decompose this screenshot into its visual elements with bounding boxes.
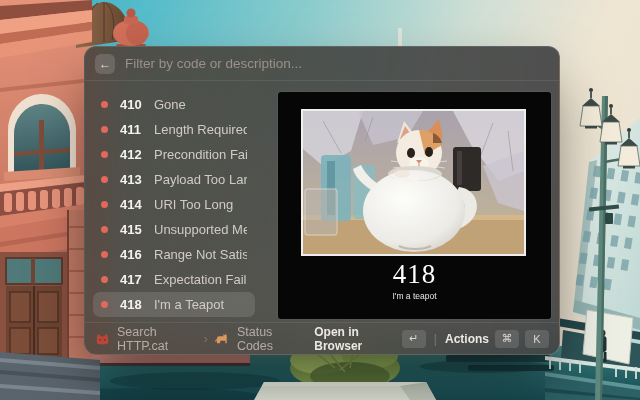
status-code: 418 xyxy=(120,297,146,312)
status-code: 414 xyxy=(120,197,146,212)
background-bench xyxy=(446,355,550,362)
status-label: Payload Too Large xyxy=(154,172,247,187)
http-cat-logo-icon xyxy=(95,331,110,346)
content-area: 410 Gone 411 Length Required 412 Precond… xyxy=(85,81,559,322)
status-dot-icon xyxy=(101,251,108,258)
status-label: Expectation Failed xyxy=(154,272,247,287)
status-list-item[interactable]: 415 Unsupported Media Type xyxy=(93,217,255,242)
screen: ← 410 Gone 411 Length Required 412 Preco… xyxy=(0,0,640,400)
actions-button[interactable]: Actions ⌘ K xyxy=(445,330,549,348)
status-label: Gone xyxy=(154,97,186,112)
breadcrumb: Search HTTP.cat › Status Codes xyxy=(95,325,300,353)
cat-icon xyxy=(215,332,230,345)
status-dot-icon xyxy=(101,151,108,158)
back-arrow-icon: ← xyxy=(99,57,111,71)
status-label: I'm a Teapot xyxy=(154,297,224,312)
cmd-key-badge: ⌘ xyxy=(495,330,519,348)
status-list-item[interactable]: 418 I'm a Teapot xyxy=(93,292,255,317)
open-in-browser-label: Open in Browser xyxy=(314,325,396,353)
status-code: 410 xyxy=(120,97,146,112)
background-obelisk xyxy=(398,28,402,46)
preview-panel: 418 I'm a teapot xyxy=(263,81,559,322)
status-code: 417 xyxy=(120,272,146,287)
teapot-kitten-photo xyxy=(301,109,526,256)
launcher-window: ← 410 Gone 411 Length Required 412 Preco… xyxy=(84,46,560,355)
search-bar: ← xyxy=(85,47,559,81)
footer-bar: Search HTTP.cat › Status Codes Open in B… xyxy=(85,322,559,354)
footer-divider: | xyxy=(434,332,437,346)
status-dot-icon xyxy=(101,126,108,133)
poster-status-code: 418 xyxy=(278,260,551,288)
status-code-list: 410 Gone 411 Length Required 412 Precond… xyxy=(85,81,263,322)
poster-caption: I'm a teapot xyxy=(278,291,551,301)
status-dot-icon xyxy=(101,201,108,208)
app-name: Search HTTP.cat xyxy=(117,325,197,353)
status-code: 416 xyxy=(120,247,146,262)
status-label: Length Required xyxy=(154,122,247,137)
open-in-browser-button[interactable]: Open in Browser ↵ xyxy=(314,325,426,353)
http-cat-poster: 418 I'm a teapot xyxy=(278,92,551,319)
status-code: 411 xyxy=(120,122,146,137)
status-label: Unsupported Media Type xyxy=(154,222,247,237)
status-label: URI Too Long xyxy=(154,197,233,212)
status-list-item[interactable]: 416 Range Not Satisfiable xyxy=(93,242,255,267)
status-dot-icon xyxy=(101,226,108,233)
status-list-item[interactable]: 417 Expectation Failed xyxy=(93,267,255,292)
search-input[interactable] xyxy=(125,56,549,71)
status-list-item[interactable]: 413 Payload Too Large xyxy=(93,167,255,192)
breadcrumb-separator: › xyxy=(204,331,208,346)
status-dot-icon xyxy=(101,301,108,308)
status-list-item[interactable]: 412 Precondition Failed xyxy=(93,142,255,167)
actions-label: Actions xyxy=(445,332,489,346)
status-list-item[interactable]: 414 URI Too Long xyxy=(93,192,255,217)
status-list-item[interactable]: 411 Length Required xyxy=(93,117,255,142)
status-code: 413 xyxy=(120,172,146,187)
status-list-item[interactable]: 410 Gone xyxy=(93,92,255,117)
status-dot-icon xyxy=(101,176,108,183)
return-key-badge: ↵ xyxy=(402,330,426,348)
status-label: Range Not Satisfiable xyxy=(154,247,247,262)
command-name: Status Codes xyxy=(237,325,300,353)
k-key-badge: K xyxy=(525,330,549,348)
back-button[interactable]: ← xyxy=(95,54,115,74)
status-label: Precondition Failed xyxy=(154,147,247,162)
background-bench xyxy=(468,365,554,371)
status-code: 412 xyxy=(120,147,146,162)
status-dot-icon xyxy=(101,276,108,283)
status-code: 415 xyxy=(120,222,146,237)
status-dot-icon xyxy=(101,101,108,108)
